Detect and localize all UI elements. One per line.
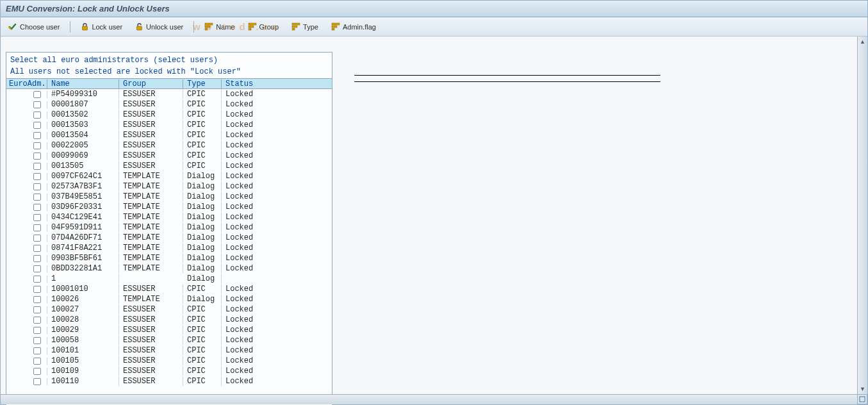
row-checkbox[interactable] (33, 378, 41, 385)
table-row[interactable]: 100110ESSUSERCPICLocked (6, 376, 332, 386)
table-row[interactable]: 00099069ESSUSERCPICLocked (6, 151, 332, 161)
table-row[interactable]: 0013505ESSUSERCPICLocked (6, 161, 332, 171)
table-row[interactable]: 0903BF5BF61TEMPLATEDialogLocked (6, 253, 332, 263)
table-row[interactable]: 100101ESSUSERCPICLocked (6, 345, 332, 356)
cell-type: Dialog (183, 202, 222, 211)
table-row[interactable]: 100058ESSUSERCPICLocked (6, 335, 332, 345)
row-checkbox-cell (6, 337, 47, 344)
cell-group: ESSUSER (119, 367, 183, 376)
row-checkbox[interactable] (33, 194, 41, 201)
sort-group-button[interactable]: Group (244, 21, 283, 32)
cell-name: 10001010 (47, 285, 119, 293)
cell-status: Locked (222, 213, 323, 222)
table-row[interactable]: 0097CF624C1TEMPLATEDialogLocked (6, 171, 332, 181)
table-row[interactable]: 10001010ESSUSERCPICLocked (6, 284, 332, 294)
row-checkbox-cell (6, 265, 47, 272)
table-row[interactable]: 100027ESSUSERCPICLocked (6, 304, 332, 315)
table-row[interactable]: 00013503ESSUSERCPICLocked (6, 120, 332, 130)
row-checkbox[interactable] (33, 91, 41, 98)
col-group[interactable]: Group (119, 79, 183, 88)
row-checkbox[interactable] (33, 163, 41, 170)
table-row[interactable]: 100109ESSUSERCPICLocked (6, 366, 332, 376)
table-row[interactable]: 00022005ESSUSERCPICLocked (6, 140, 332, 151)
cell-type: Dialog (183, 274, 222, 283)
table-row[interactable]: #P54099310ESSUSERCPICLocked (6, 89, 332, 99)
cell-name: 00001807 (47, 100, 119, 109)
row-checkbox-cell (6, 101, 47, 108)
table-row[interactable]: 04F9591D911TEMPLATEDialogLocked (6, 222, 332, 233)
table-row[interactable]: 100029ESSUSERCPICLocked (6, 325, 332, 335)
row-checkbox[interactable] (33, 235, 41, 242)
table-row[interactable]: 00001807ESSUSERCPICLocked (6, 99, 332, 110)
cell-group: ESSUSER (119, 346, 183, 355)
vertical-scrollbar[interactable]: ▲ ▼ (857, 37, 867, 394)
choose-user-button[interactable]: Choose user (4, 21, 63, 33)
row-checkbox[interactable] (33, 224, 41, 231)
table-row[interactable]: 100026TEMPLATEDialogLocked (6, 294, 332, 304)
row-checkbox[interactable] (33, 153, 41, 160)
row-checkbox[interactable] (33, 317, 41, 324)
row-checkbox[interactable] (33, 112, 41, 119)
sort-icon (248, 22, 257, 31)
unlock-user-button[interactable]: Unlock user (131, 21, 187, 32)
row-checkbox[interactable] (33, 347, 41, 354)
row-checkbox[interactable] (33, 173, 41, 180)
row-checkbox[interactable] (33, 358, 41, 365)
table-row[interactable]: 00013502ESSUSERCPICLocked (6, 110, 332, 120)
col-type[interactable]: Type (183, 79, 222, 88)
scroll-down-icon[interactable]: ▼ (858, 384, 867, 394)
row-checkbox[interactable] (33, 204, 41, 211)
horizontal-scrollbar[interactable] (1, 394, 857, 404)
table-row[interactable]: 07D4A26DF71TEMPLATEDialogLocked (6, 233, 332, 243)
lock-user-button[interactable]: Lock user (77, 21, 126, 32)
cell-name: 100110 (47, 377, 119, 386)
table-row[interactable]: 100105ESSUSERCPICLocked (6, 356, 332, 366)
row-checkbox[interactable] (33, 142, 41, 149)
sort-type-button[interactable]: Type (288, 21, 322, 32)
cell-type: Dialog (183, 223, 222, 232)
scroll-up-icon[interactable]: ▲ (858, 37, 867, 47)
resize-handle[interactable] (857, 394, 867, 404)
cell-name: 100026 (47, 295, 119, 304)
row-checkbox[interactable] (33, 276, 41, 283)
row-checkbox[interactable] (33, 183, 41, 190)
table-row[interactable]: 03D96F20331TEMPLATEDialogLocked (6, 202, 332, 212)
table-row[interactable]: 0BDD32281A1TEMPLATEDialogLocked (6, 263, 332, 274)
cell-group: TEMPLATE (119, 213, 183, 222)
cell-type: CPIC (183, 161, 222, 170)
row-checkbox[interactable] (33, 214, 41, 221)
table-row[interactable]: 02573A7B3F1TEMPLATEDialogLocked (6, 181, 332, 192)
row-checkbox[interactable] (33, 101, 41, 108)
row-checkbox[interactable] (33, 265, 41, 272)
sort-icon (291, 22, 300, 31)
row-checkbox[interactable] (33, 132, 41, 139)
table-row[interactable]: 00013504ESSUSERCPICLocked (6, 130, 332, 140)
row-checkbox[interactable] (33, 327, 41, 334)
sort-name-button[interactable]: Name (201, 21, 238, 32)
col-status[interactable]: Status (222, 79, 323, 88)
table-row[interactable]: 037B49E5851TEMPLATEDialogLocked (6, 192, 332, 202)
col-name[interactable]: Name (47, 79, 119, 88)
row-checkbox[interactable] (33, 296, 41, 303)
col-euroadm[interactable]: EuroAdm. (6, 79, 47, 88)
cell-type: CPIC (183, 356, 222, 365)
row-checkbox[interactable] (33, 245, 41, 252)
row-checkbox[interactable] (33, 368, 41, 375)
svg-rect-12 (332, 26, 337, 28)
cell-name: 100105 (47, 356, 119, 365)
row-checkbox[interactable] (33, 122, 41, 129)
row-checkbox[interactable] (33, 337, 41, 344)
row-checkbox-cell (6, 358, 47, 365)
table-row[interactable]: 1Dialog (6, 274, 332, 284)
table-row[interactable]: 08741F8A221TEMPLATEDialogLocked (6, 243, 332, 253)
row-checkbox[interactable] (33, 306, 41, 313)
sort-icon (331, 22, 340, 31)
table-row[interactable]: 100028ESSUSERCPICLocked (6, 315, 332, 325)
page-title: EMU Conversion: Lock and Unlock Users (6, 4, 170, 13)
sort-adminflag-button[interactable]: Admin.flag (327, 21, 380, 32)
row-checkbox[interactable] (33, 286, 41, 293)
row-checkbox-cell (6, 112, 47, 119)
row-checkbox[interactable] (33, 255, 41, 262)
table-row[interactable]: 0434C129E41TEMPLATEDialogLocked (6, 212, 332, 222)
cell-type: CPIC (183, 131, 222, 140)
